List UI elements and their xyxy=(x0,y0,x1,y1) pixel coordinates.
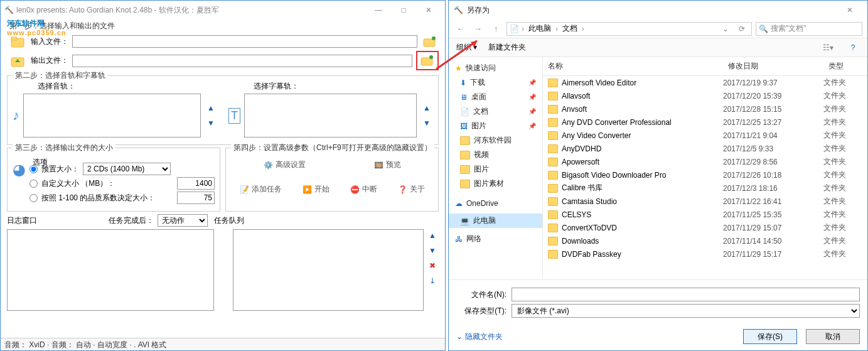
step3-label: 第三步：选择输出文件的大小 xyxy=(13,143,115,153)
nav-back-button[interactable]: ← xyxy=(454,22,468,36)
about-button[interactable]: ❓关于 xyxy=(394,183,429,196)
save-button[interactable]: 保存(S) xyxy=(743,329,797,344)
hide-folders-button[interactable]: ⌄隐藏文件夹 xyxy=(456,332,503,342)
file-date: 2017/12/19 9:37 xyxy=(723,78,823,87)
filename-field[interactable] xyxy=(512,288,860,301)
pin-icon: 📌 xyxy=(528,79,536,86)
filetype-combo[interactable]: 影像文件 (*.avi) xyxy=(512,304,860,318)
nav-onedrive[interactable]: ☁OneDrive xyxy=(449,197,542,210)
subtitle-down-button[interactable]: ▼ xyxy=(421,117,433,129)
queue-down-button[interactable]: ▼ xyxy=(426,244,439,257)
cancel-button[interactable]: 取消 xyxy=(806,329,860,344)
after-task-combo[interactable]: 无动作 xyxy=(158,214,208,227)
custom-size-radio[interactable] xyxy=(29,180,38,188)
file-date: 2017/11/25 15:35 xyxy=(723,210,823,219)
add-task-button[interactable]: 📝添加任务 xyxy=(235,183,286,196)
nav-downloads[interactable]: ⬇下载📌 xyxy=(449,75,542,90)
quality-radio[interactable] xyxy=(29,194,38,202)
folder-icon xyxy=(548,92,558,100)
task-queue-list[interactable] xyxy=(233,229,424,311)
file-name: Any DVD Converter Professional xyxy=(562,118,672,127)
step1-label: 第一步：选择输入和输出的文件 xyxy=(9,21,439,31)
search-box[interactable]: 🔍 搜索"文档" xyxy=(756,22,862,36)
output-file-label: 输出文件： xyxy=(31,55,68,66)
pin-icon: 📌 xyxy=(528,122,536,129)
advanced-settings-button[interactable]: ⚙️高级设置 xyxy=(259,158,309,171)
nav-pictures2[interactable]: 图片 xyxy=(449,162,542,176)
navigation-pane[interactable]: ★快速访问 ⬇下载📌 🖥桌面📌 📄文档📌 🖼图片📌 河东软件园 视频 图片 图片… xyxy=(449,57,543,279)
svg-point-6 xyxy=(429,55,433,59)
file-row[interactable]: Aimersoft Video Editor2017/12/19 9:37文件夹 xyxy=(543,76,867,89)
crumb-thispc[interactable]: 此电脑 xyxy=(527,23,553,34)
input-file-field[interactable] xyxy=(72,35,417,48)
file-row[interactable]: Bigasoft Video Downloader Pro2017/12/26 … xyxy=(543,168,867,181)
options-subtitle: 选项 xyxy=(33,157,48,168)
start-button[interactable]: ▶️开始 xyxy=(298,183,333,196)
svg-rect-1 xyxy=(11,37,17,40)
step2-label: 第二步：选择音轨和字幕轨 xyxy=(13,70,108,81)
nav-picmat[interactable]: 图片素材 xyxy=(449,176,542,191)
after-task-label: 任务完成后： xyxy=(109,215,154,226)
file-list[interactable]: Aimersoft Video Editor2017/12/19 9:37文件夹… xyxy=(543,76,867,279)
output-browse-button[interactable] xyxy=(419,53,436,67)
breadcrumb[interactable]: 📄 › 此电脑 › 文档 › ⌄ ⟳ xyxy=(506,22,752,36)
minimize-button[interactable]: — xyxy=(366,1,391,19)
file-date: 2017/12/5 9:33 xyxy=(723,144,823,153)
file-row[interactable]: CELSYS2017/11/25 15:35文件夹 xyxy=(543,208,867,221)
log-window-label: 日志窗口 xyxy=(7,215,37,226)
breadcrumb-dropdown-button[interactable]: ⌄ xyxy=(719,22,732,36)
nav-pictures[interactable]: 🖼图片📌 xyxy=(449,119,542,133)
custom-size-field[interactable] xyxy=(177,177,215,190)
nav-network[interactable]: 🖧网络 xyxy=(449,232,542,246)
preset-size-combo[interactable]: 2 CDs (1400 Mb) xyxy=(83,163,171,175)
input-browse-button[interactable] xyxy=(421,35,439,48)
nav-desktop[interactable]: 🖥桌面📌 xyxy=(449,90,542,104)
nav-quick-access[interactable]: ★快速访问 xyxy=(449,61,542,75)
new-folder-button[interactable]: 新建文件夹 xyxy=(488,42,526,53)
music-icon: ♪ xyxy=(13,107,19,124)
queue-bottom-button[interactable]: ⤓ xyxy=(426,274,439,287)
dialog-help-button[interactable]: ? xyxy=(846,41,860,55)
file-row[interactable]: Calibre 书库2017/12/3 18:16文件夹 xyxy=(543,181,867,195)
organize-button[interactable]: 组织 ▾ xyxy=(456,42,477,53)
dialog-close-button[interactable]: ✕ xyxy=(837,1,862,19)
quality-field[interactable] xyxy=(177,192,215,204)
file-row[interactable]: Any Video Converter2017/11/21 9:04文件夹 xyxy=(543,129,867,142)
column-date[interactable]: 修改日期 xyxy=(723,60,823,73)
view-button[interactable]: ☷▾ xyxy=(821,41,835,55)
crumb-documents[interactable]: 文档 xyxy=(560,23,579,34)
audio-down-button[interactable]: ▼ xyxy=(205,117,217,129)
column-name[interactable]: 名称 xyxy=(543,60,723,73)
file-row[interactable]: ConvertXToDVD2017/11/29 15:07文件夹 xyxy=(543,221,867,234)
file-row[interactable]: Allavsoft2017/12/20 15:39文件夹 xyxy=(543,89,867,102)
audio-track-list[interactable] xyxy=(23,94,201,138)
file-row[interactable]: Downloads2017/11/14 14:50文件夹 xyxy=(543,234,867,247)
file-row[interactable]: Anvsoft2017/12/28 15:15文件夹 xyxy=(543,102,867,116)
nav-documents[interactable]: 📄文档📌 xyxy=(449,104,542,119)
close-button[interactable]: ✕ xyxy=(416,1,441,19)
log-window[interactable] xyxy=(7,229,214,311)
preview-button[interactable]: 🎞️预览 xyxy=(370,158,405,171)
output-file-field[interactable] xyxy=(72,55,412,67)
nav-up-button[interactable]: ↑ xyxy=(489,22,503,36)
file-name: Calibre 书库 xyxy=(562,183,603,193)
subtitle-track-list[interactable] xyxy=(244,94,417,138)
file-row[interactable]: DVDFab Passkey2017/11/29 15:17文件夹 xyxy=(543,247,867,261)
queue-up-button[interactable]: ▲ xyxy=(426,229,439,242)
queue-delete-button[interactable]: ✖ xyxy=(426,259,439,272)
file-row[interactable]: Camtasia Studio2017/11/22 16:41文件夹 xyxy=(543,195,867,208)
abort-button[interactable]: ⛔中断 xyxy=(346,183,381,196)
column-type[interactable]: 类型 xyxy=(823,60,867,73)
folder-icon xyxy=(548,78,558,87)
file-row[interactable]: Any DVD Converter Professional2017/12/25… xyxy=(543,116,867,129)
refresh-button[interactable]: ⟳ xyxy=(735,22,749,36)
nav-hedong[interactable]: 河东软件园 xyxy=(449,133,542,148)
maximize-button[interactable]: □ xyxy=(391,1,416,19)
audio-up-button[interactable]: ▲ xyxy=(205,102,217,114)
nav-thispc[interactable]: 💻此电脑 xyxy=(449,213,542,228)
nav-forward-button[interactable]: → xyxy=(471,22,485,36)
subtitle-up-button[interactable]: ▲ xyxy=(421,102,433,114)
file-row[interactable]: Apowersoft2017/12/29 8:56文件夹 xyxy=(543,155,867,168)
file-row[interactable]: AnyDVDHD2017/12/5 9:33文件夹 xyxy=(543,142,867,155)
nav-video[interactable]: 视频 xyxy=(449,148,542,162)
